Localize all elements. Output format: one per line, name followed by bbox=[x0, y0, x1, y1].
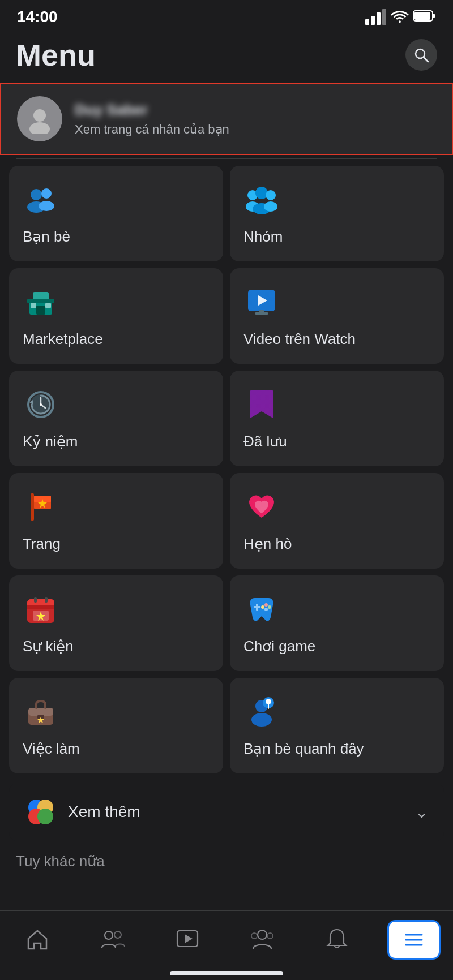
svg-point-6 bbox=[29, 122, 50, 134]
svg-point-16 bbox=[264, 201, 277, 212]
menu-label-da-luu: Đã lưu bbox=[243, 433, 287, 450]
svg-point-13 bbox=[266, 190, 276, 200]
page-title: Menu bbox=[16, 37, 96, 72]
svg-rect-34 bbox=[31, 493, 34, 521]
bell-icon bbox=[323, 926, 351, 953]
see-more-icon bbox=[25, 796, 57, 828]
pages-icon bbox=[23, 489, 59, 525]
menu-label-choi-game: Chơi game bbox=[243, 638, 315, 655]
watch-nav-icon bbox=[174, 926, 201, 953]
menu-label-su-kien: Sự kiện bbox=[23, 638, 74, 655]
svg-rect-44 bbox=[45, 597, 48, 603]
nav-item-home[interactable] bbox=[12, 922, 62, 958]
svg-point-5 bbox=[33, 109, 46, 122]
svg-rect-1 bbox=[433, 14, 435, 18]
profile-info: Duy Saber Xem trang cá nhân của bạn bbox=[75, 101, 229, 137]
friends-nav-icon bbox=[99, 926, 126, 953]
partial-section: Tuy khác nữa bbox=[0, 844, 453, 879]
menu-item-video-watch[interactable]: Video trên Watch bbox=[230, 268, 444, 364]
menu-item-hen-ho[interactable]: Hẹn hò bbox=[230, 473, 444, 569]
svg-rect-22 bbox=[45, 303, 51, 308]
menu-item-da-luu[interactable]: Đã lưu bbox=[230, 371, 444, 466]
watch-icon bbox=[243, 284, 280, 320]
svg-rect-40 bbox=[27, 605, 54, 609]
dating-icon bbox=[243, 489, 280, 525]
svg-marker-66 bbox=[185, 934, 193, 943]
nav-item-menu[interactable] bbox=[387, 920, 441, 960]
svg-point-50 bbox=[261, 605, 264, 609]
svg-rect-46 bbox=[256, 604, 258, 611]
marketplace-icon bbox=[23, 284, 59, 320]
chevron-down-icon: ⌄ bbox=[415, 803, 428, 822]
nav-item-watch[interactable] bbox=[163, 922, 212, 958]
menu-label-ky-niem: Kỷ niệm bbox=[23, 433, 78, 450]
groups-nav-icon bbox=[249, 926, 276, 953]
memories-icon bbox=[23, 386, 59, 423]
menu-label-hen-ho: Hẹn hò bbox=[243, 535, 292, 553]
menu-item-viec-lam[interactable]: Việc làm bbox=[9, 678, 223, 773]
friends-icon bbox=[23, 182, 59, 218]
menu-item-choi-game[interactable]: Chơi game bbox=[230, 575, 444, 671]
see-more-label: Xem thêm bbox=[68, 803, 415, 821]
svg-point-9 bbox=[41, 188, 52, 199]
groups-icon bbox=[243, 182, 280, 218]
home-icon bbox=[24, 926, 51, 953]
svg-point-48 bbox=[268, 605, 271, 609]
menu-item-trang[interactable]: Trang bbox=[9, 473, 223, 569]
svg-point-49 bbox=[264, 608, 268, 611]
menu-label-nhom: Nhóm bbox=[243, 228, 283, 246]
svg-point-67 bbox=[258, 930, 267, 939]
menu-label-ban-be-quanh-day: Bạn bè quanh đây bbox=[243, 740, 364, 758]
menu-lines-icon bbox=[400, 926, 428, 953]
svg-line-4 bbox=[424, 57, 428, 62]
signal-icon bbox=[365, 9, 386, 25]
header: Menu bbox=[0, 32, 453, 83]
menu-label-viec-lam: Việc làm bbox=[23, 740, 80, 758]
svg-rect-27 bbox=[259, 310, 264, 313]
menu-label-ban-be: Bạn bè bbox=[23, 228, 70, 246]
svg-point-69 bbox=[267, 933, 273, 939]
status-time: 14:00 bbox=[17, 8, 58, 26]
status-bar: 14:00 bbox=[0, 0, 453, 32]
see-more-row[interactable]: Xem thêm ⌄ bbox=[9, 783, 444, 841]
profile-subtitle: Xem trang cá nhân của bạn bbox=[75, 122, 229, 137]
nav-item-bell[interactable] bbox=[312, 922, 362, 958]
search-button[interactable] bbox=[405, 39, 437, 71]
menu-item-ban-be-quanh-day[interactable]: Bạn bè quanh đây bbox=[230, 678, 444, 773]
svg-rect-21 bbox=[31, 303, 36, 308]
menu-item-marketplace[interactable]: Marketplace bbox=[9, 268, 223, 364]
partial-text: Tuy khác nữa bbox=[16, 853, 105, 870]
events-icon bbox=[23, 591, 59, 627]
svg-point-47 bbox=[264, 603, 268, 607]
profile-name: Duy Saber bbox=[75, 101, 229, 119]
jobs-icon bbox=[23, 694, 59, 730]
menu-item-ban-be[interactable]: Bạn bè bbox=[9, 166, 223, 261]
svg-point-7 bbox=[31, 189, 42, 200]
saved-icon bbox=[243, 386, 280, 423]
battery-icon bbox=[413, 10, 436, 24]
menu-grid: Bạn bè Nhóm bbox=[0, 159, 453, 780]
menu-item-su-kien[interactable]: Sự kiện bbox=[9, 575, 223, 671]
svg-rect-43 bbox=[34, 597, 37, 603]
menu-label-video-watch: Video trên Watch bbox=[243, 330, 356, 348]
menu-item-ky-niem[interactable]: Kỷ niệm bbox=[9, 371, 223, 466]
wifi-icon bbox=[391, 9, 409, 25]
svg-point-68 bbox=[251, 933, 257, 939]
profile-row[interactable]: Duy Saber Xem trang cá nhân của bạn bbox=[0, 83, 453, 155]
nav-item-friends[interactable] bbox=[87, 922, 137, 958]
svg-point-63 bbox=[105, 931, 113, 939]
nav-item-groups[interactable] bbox=[237, 922, 287, 958]
status-icons bbox=[365, 9, 436, 25]
menu-label-marketplace: Marketplace bbox=[23, 330, 103, 348]
svg-point-33 bbox=[40, 403, 42, 406]
avatar bbox=[17, 96, 62, 141]
svg-point-62 bbox=[37, 809, 53, 824]
svg-rect-2 bbox=[414, 12, 430, 20]
svg-point-12 bbox=[255, 187, 268, 199]
svg-rect-20 bbox=[36, 306, 45, 315]
svg-point-58 bbox=[266, 699, 271, 704]
home-indicator bbox=[170, 971, 283, 975]
svg-point-56 bbox=[251, 713, 272, 727]
menu-item-nhom[interactable]: Nhóm bbox=[230, 166, 444, 261]
nearby-icon bbox=[243, 694, 280, 730]
